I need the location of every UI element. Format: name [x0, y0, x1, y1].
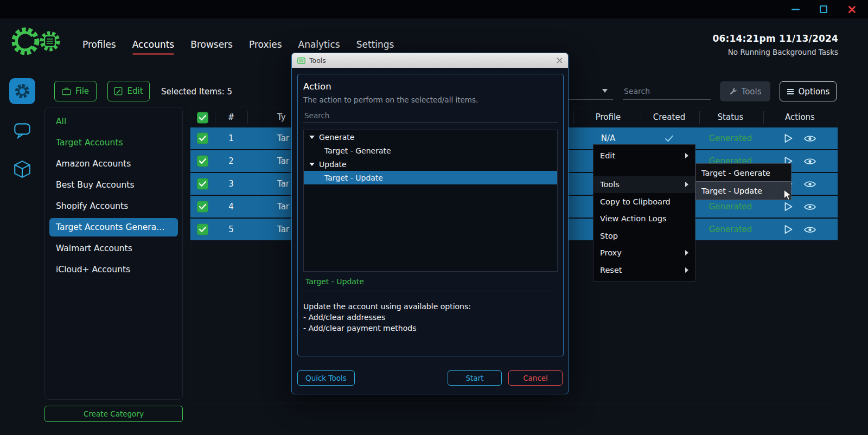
minimize-button[interactable] [784, 2, 806, 17]
column-header-type[interactable]: Ty [277, 107, 286, 127]
row-number: 4 [220, 196, 242, 218]
row-actions [763, 219, 837, 240]
action-details: Update the account using available optio… [303, 301, 558, 334]
edit-button[interactable]: Edit [107, 81, 150, 101]
column-header-number[interactable]: # [220, 107, 242, 127]
row-checkbox[interactable] [197, 156, 208, 167]
rail-item-packages[interactable] [9, 156, 35, 182]
row-type: Tar [277, 173, 289, 195]
action-detail-line: - Add/clear addresses [303, 312, 558, 323]
context-menu-item-view-action-logs[interactable]: View Action Logs [593, 210, 695, 228]
titlebar [0, 0, 868, 18]
nav-item-profiles[interactable]: Profiles [82, 39, 116, 55]
category-item-target-accounts[interactable]: Target Accounts [49, 133, 178, 152]
column-header-actions[interactable]: Actions [763, 107, 837, 127]
quick-tools-button[interactable]: Quick Tools [297, 370, 355, 386]
row-type: Tar [277, 219, 289, 240]
row-number: 5 [220, 219, 242, 240]
close-icon [847, 5, 856, 14]
start-button[interactable]: Start [448, 370, 502, 386]
view-action-button[interactable] [804, 203, 816, 211]
create-category-button[interactable]: Create Category [44, 406, 183, 422]
tree-item-target-update[interactable]: Target - Update [304, 171, 557, 184]
action-section-description: The action to perform on the selected/al… [303, 95, 558, 105]
column-header-profile[interactable]: Profile [576, 107, 641, 127]
rail-item-messages[interactable] [9, 117, 35, 143]
submenu-arrow-icon [685, 153, 688, 158]
action-detail-line: - Add/clear payment methods [303, 323, 558, 334]
options-button[interactable]: Options [780, 81, 837, 101]
row-status: Generated [699, 127, 762, 149]
context-menu-item-edit[interactable]: Edit [593, 147, 695, 164]
row-checkbox[interactable] [197, 224, 208, 235]
category-item-target-accounts-genera[interactable]: Target Accounts Genera… [49, 218, 178, 236]
edit-pencil-icon [114, 87, 123, 95]
app-logo [9, 23, 66, 62]
category-list: AllTarget AccountsAmazon AccountsBest Bu… [45, 107, 182, 284]
play-icon [784, 225, 793, 234]
check-icon [199, 114, 206, 120]
view-action-button[interactable] [804, 226, 816, 234]
maximize-button[interactable] [813, 2, 834, 17]
nav-item-proxies[interactable]: Proxies [249, 39, 282, 55]
category-item-best-buy-accounts[interactable]: Best Buy Accounts [49, 176, 178, 194]
search-input[interactable] [623, 82, 711, 100]
chat-icon [12, 120, 32, 140]
nav-item-browsers[interactable]: Browsers [190, 39, 233, 55]
column-header-created[interactable]: Created [641, 107, 698, 127]
play-action-button[interactable] [784, 225, 793, 234]
tree-group-update[interactable]: Update [304, 157, 557, 171]
context-menu-item-reset[interactable]: Reset [593, 261, 695, 279]
context-menu-item-tools[interactable]: Tools [593, 176, 695, 194]
select-all-checkbox[interactable] [197, 112, 208, 123]
category-item-walmart-accounts[interactable]: Walmart Accounts [49, 239, 178, 258]
modal-footer: Quick Tools Start Cancel [297, 370, 563, 386]
view-action-button[interactable] [804, 180, 816, 188]
column-header-status[interactable]: Status [699, 107, 762, 127]
view-action-button[interactable] [804, 135, 816, 143]
close-button[interactable] [841, 2, 863, 17]
category-item-all[interactable]: All [49, 112, 178, 131]
row-checkbox[interactable] [197, 178, 208, 190]
context-menu-item-copy-to-clipboard[interactable]: Copy to Clipboard [593, 193, 695, 210]
column-divider [247, 111, 248, 124]
category-item-amazon-accounts[interactable]: Amazon Accounts [49, 155, 178, 173]
cancel-button[interactable]: Cancel [508, 370, 563, 386]
rail-item-accounts[interactable] [9, 78, 35, 104]
play-action-button[interactable] [784, 133, 793, 143]
selected-action-label: Target - Update [303, 272, 558, 291]
eye-icon [804, 226, 816, 234]
context-menu-item-proxy[interactable]: Proxy [593, 245, 695, 262]
tree-group-label: Generate [319, 133, 354, 142]
action-detail-line: Update the account using available optio… [303, 301, 558, 312]
action-search-input[interactable] [303, 108, 558, 123]
caret-down-icon [309, 136, 315, 139]
app-window: ProfilesAccountsBrowsersProxiesAnalytics… [0, 0, 868, 435]
gears-logo-icon [9, 23, 66, 60]
modal-titlebar[interactable]: Tools [292, 53, 568, 68]
category-item-icloud-accounts[interactable]: iCloud+ Accounts [49, 260, 178, 279]
eye-icon [804, 135, 816, 143]
context-menu-item-stop[interactable]: Stop [593, 227, 695, 245]
file-button[interactable]: File [54, 81, 97, 101]
tools-submenu: Target - GenerateTarget - Update [695, 163, 792, 200]
view-action-button[interactable] [804, 157, 816, 165]
column-divider [699, 111, 700, 124]
file-button-label: File [75, 86, 89, 96]
row-checkbox[interactable] [197, 133, 208, 144]
nav-item-accounts[interactable]: Accounts [132, 39, 175, 55]
submenu-item-target-update[interactable]: Target - Update [696, 182, 791, 200]
modal-close-button[interactable] [557, 57, 563, 63]
category-item-shopify-accounts[interactable]: Shopify Accounts [49, 197, 178, 215]
tools-button[interactable]: Tools [720, 81, 770, 101]
tree-group-label: Update [319, 160, 347, 169]
submenu-item-target-generate[interactable]: Target - Generate [696, 164, 791, 182]
row-actions [763, 127, 837, 149]
tree-group-generate[interactable]: Generate [304, 130, 557, 144]
chevron-down-icon [602, 89, 608, 93]
row-checkbox[interactable] [197, 201, 208, 213]
tree-item-target-generate[interactable]: Target - Generate [304, 144, 557, 157]
close-icon [557, 57, 563, 63]
play-action-button[interactable] [784, 202, 793, 212]
row-type: Tar [277, 150, 289, 172]
